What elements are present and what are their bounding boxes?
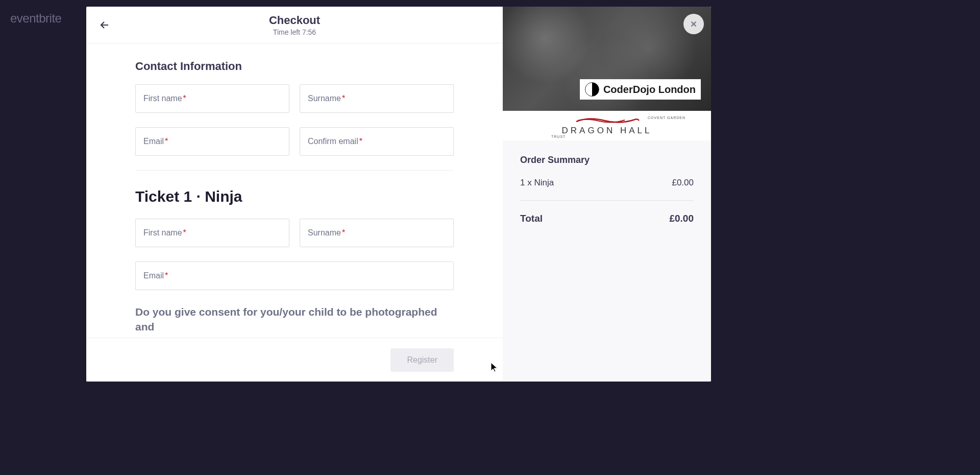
close-button[interactable] <box>683 14 704 34</box>
venue-subtitle: COVENT GARDEN <box>648 116 685 120</box>
back-button[interactable] <box>95 16 114 34</box>
contact-first-name-field[interactable]: First name* <box>135 84 289 113</box>
section-divider <box>135 170 454 171</box>
event-banner-image: CoderDojo London <box>503 7 711 111</box>
contact-surname-input[interactable] <box>300 85 453 112</box>
checkout-form-panel: Checkout Time left 7:56 Contact Informat… <box>86 7 503 382</box>
contact-first-name-input[interactable] <box>136 85 289 112</box>
yin-yang-icon <box>585 82 599 97</box>
item-label: 1 x Ninja <box>520 178 554 188</box>
close-icon <box>689 19 698 29</box>
consent-question: Do you give consent for you/your child t… <box>135 304 454 335</box>
register-button[interactable]: Register <box>390 348 454 372</box>
total-label: Total <box>520 213 543 224</box>
venue-logo: COVENT GARDEN DRAGON HALL TRUST <box>503 111 711 140</box>
contact-email-input[interactable] <box>136 128 289 155</box>
ticket-email-field[interactable]: Email* <box>135 262 454 290</box>
modal-header: Checkout Time left 7:56 <box>86 7 503 43</box>
summary-line-item: 1 x Ninja £0.00 <box>520 178 694 188</box>
checkout-modal: Checkout Time left 7:56 Contact Informat… <box>86 7 711 382</box>
contact-section-title: Contact Information <box>135 60 454 73</box>
ticket-first-name-input[interactable] <box>136 219 289 247</box>
event-brand-overlay: CoderDojo London <box>580 79 701 100</box>
ticket-surname-input[interactable] <box>300 219 453 247</box>
ticket-surname-field[interactable]: Surname* <box>300 219 454 247</box>
order-summary: Order Summary 1 x Ninja £0.00 Total £0.0… <box>503 140 711 239</box>
arrow-left-icon <box>99 19 111 31</box>
summary-title: Order Summary <box>520 155 694 165</box>
contact-email-field[interactable]: Email* <box>135 127 289 156</box>
venue-name: DRAGON HALL <box>562 126 652 136</box>
ticket-email-input[interactable] <box>136 262 453 290</box>
dragon-icon <box>574 115 640 125</box>
total-price: £0.00 <box>669 213 694 224</box>
timer-text: Time left 7:56 <box>269 28 320 36</box>
ticket-first-name-field[interactable]: First name* <box>135 219 289 247</box>
event-brand-text: CoderDojo London <box>603 84 696 96</box>
form-footer: Register <box>86 338 503 382</box>
order-summary-panel: CoderDojo London COVENT GARDEN DRAGON HA… <box>503 7 711 382</box>
summary-total-row: Total £0.00 <box>520 200 694 224</box>
venue-trust: TRUST <box>551 135 566 138</box>
contact-confirm-email-input[interactable] <box>300 128 453 155</box>
backdrop-brand-logo: eventbrite <box>10 11 61 26</box>
page-title: Checkout <box>269 14 320 27</box>
contact-surname-field[interactable]: Surname* <box>300 84 454 113</box>
form-content: Contact Information First name* Surname*… <box>86 43 503 338</box>
item-price: £0.00 <box>672 178 694 188</box>
contact-confirm-email-field[interactable]: Confirm email* <box>300 127 454 156</box>
ticket-section-title: Ticket 1 · Ninja <box>135 188 454 205</box>
